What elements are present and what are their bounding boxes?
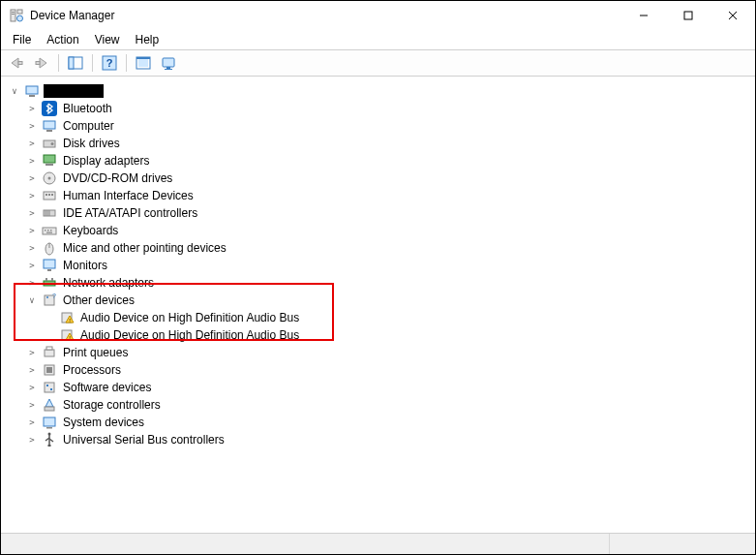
category-icon bbox=[42, 397, 57, 413]
statusbar bbox=[1, 533, 755, 554]
tree-category[interactable]: >Print queues bbox=[26, 344, 753, 361]
chevron-right-icon[interactable]: > bbox=[26, 278, 38, 288]
category-icon bbox=[42, 205, 57, 221]
category-icon bbox=[42, 240, 57, 256]
category-label: Keyboards bbox=[61, 224, 118, 237]
category-label: Display adapters bbox=[61, 154, 149, 168]
category-label: System devices bbox=[61, 416, 144, 429]
category-icon bbox=[42, 153, 57, 169]
svg-rect-10 bbox=[36, 62, 40, 65]
tree-category[interactable]: >Universal Serial Bus controllers bbox=[26, 431, 753, 448]
tree-category[interactable]: >Mice and other pointing devices bbox=[26, 239, 753, 257]
chevron-right-icon[interactable]: > bbox=[26, 191, 38, 200]
tree-device[interactable]: Audio Device on High Definition Audio Bu… bbox=[44, 309, 753, 326]
menu-help[interactable]: Help bbox=[128, 31, 167, 48]
tree-category[interactable]: >Processors bbox=[26, 361, 753, 379]
menu-file[interactable]: File bbox=[5, 31, 39, 48]
category-icon bbox=[42, 101, 57, 116]
forward-button[interactable] bbox=[30, 52, 53, 74]
chevron-right-icon[interactable]: > bbox=[26, 104, 38, 113]
chevron-right-icon[interactable]: > bbox=[26, 365, 38, 375]
chevron-right-icon[interactable]: > bbox=[26, 173, 38, 183]
svg-text:?: ? bbox=[106, 57, 113, 69]
category-label: Disk drives bbox=[61, 137, 120, 150]
chevron-down-icon[interactable]: ∨ bbox=[26, 295, 38, 305]
category-label: Storage controllers bbox=[61, 398, 161, 412]
app-window: Device Manager File Action View Help bbox=[0, 0, 756, 555]
tree-category[interactable]: >DVD/CD-ROM drives bbox=[26, 170, 753, 187]
toolbar-separator bbox=[92, 54, 93, 72]
category-label: Other devices bbox=[61, 293, 135, 307]
svg-rect-1 bbox=[12, 12, 15, 13]
category-label: IDE ATA/ATAPI controllers bbox=[61, 206, 197, 220]
problem-device-icon bbox=[59, 327, 75, 343]
app-icon bbox=[9, 8, 24, 23]
svg-rect-9 bbox=[18, 62, 22, 65]
chevron-right-icon[interactable]: > bbox=[26, 243, 38, 253]
tree-category[interactable]: >Human Interface Devices bbox=[26, 187, 753, 204]
tree-category[interactable]: >Software devices bbox=[26, 379, 753, 396]
tree-category[interactable]: >Network adapters bbox=[26, 274, 753, 292]
svg-rect-21 bbox=[26, 86, 38, 94]
tree-category[interactable]: >Keyboards bbox=[26, 222, 753, 239]
window-title: Device Manager bbox=[30, 9, 621, 22]
tree-category[interactable]: ∨Other devices bbox=[26, 292, 753, 309]
chevron-right-icon[interactable]: > bbox=[26, 435, 38, 445]
category-label: Processors bbox=[61, 363, 121, 377]
tree-root[interactable]: ∨ bbox=[9, 82, 753, 100]
chevron-right-icon[interactable]: > bbox=[26, 348, 38, 357]
tree-category[interactable]: >System devices bbox=[26, 414, 753, 431]
tree-category[interactable]: >Storage controllers bbox=[26, 396, 753, 414]
help-button[interactable]: ? bbox=[98, 52, 121, 74]
device-tree-panel: ∨ >Bluetooth>Computer>Disk drives>Displa… bbox=[1, 77, 755, 533]
category-label: Network adapters bbox=[61, 276, 154, 290]
chevron-right-icon[interactable]: > bbox=[26, 383, 38, 392]
back-button[interactable] bbox=[5, 52, 28, 74]
scan-hardware-button[interactable] bbox=[132, 52, 155, 74]
svg-rect-20 bbox=[165, 69, 172, 70]
chevron-right-icon[interactable]: > bbox=[26, 226, 38, 235]
category-icon bbox=[42, 188, 57, 203]
menu-action[interactable]: Action bbox=[39, 31, 86, 48]
category-icon bbox=[42, 415, 57, 430]
status-pane bbox=[610, 534, 755, 554]
properties-button[interactable] bbox=[157, 52, 180, 74]
tree-category[interactable]: >Monitors bbox=[26, 257, 753, 274]
chevron-right-icon[interactable]: > bbox=[26, 400, 38, 410]
maximize-button[interactable] bbox=[666, 1, 711, 30]
tree-category[interactable]: >Bluetooth bbox=[26, 100, 753, 117]
minimize-button[interactable] bbox=[621, 1, 666, 30]
chevron-right-icon[interactable]: > bbox=[26, 156, 38, 166]
status-pane bbox=[1, 534, 610, 554]
device-label: Audio Device on High Definition Audio Bu… bbox=[78, 328, 299, 342]
category-icon bbox=[42, 258, 57, 273]
tree-category[interactable]: >IDE ATA/ATAPI controllers bbox=[26, 204, 753, 222]
category-label: Computer bbox=[61, 119, 114, 133]
category-icon bbox=[42, 345, 57, 360]
close-button[interactable] bbox=[711, 1, 755, 30]
tree-category[interactable]: >Display adapters bbox=[26, 152, 753, 170]
svg-rect-6 bbox=[684, 12, 692, 19]
category-icon bbox=[42, 432, 57, 447]
chevron-right-icon[interactable]: > bbox=[26, 261, 38, 270]
menu-view[interactable]: View bbox=[87, 31, 128, 48]
toolbar-separator bbox=[126, 54, 127, 72]
device-tree: ∨ >Bluetooth>Computer>Disk drives>Displa… bbox=[7, 82, 753, 448]
svg-rect-0 bbox=[11, 10, 15, 21]
category-label: Print queues bbox=[61, 346, 128, 359]
tree-category[interactable]: >Computer bbox=[26, 117, 753, 135]
chevron-right-icon[interactable]: > bbox=[26, 417, 38, 427]
show-hide-tree-button[interactable] bbox=[64, 52, 87, 74]
chevron-right-icon[interactable]: > bbox=[26, 139, 38, 148]
tree-category[interactable]: >Disk drives bbox=[26, 135, 753, 152]
category-icon bbox=[42, 293, 57, 308]
menubar: File Action View Help bbox=[1, 30, 755, 49]
svg-point-4 bbox=[17, 15, 23, 21]
titlebar: Device Manager bbox=[1, 1, 755, 30]
svg-rect-19 bbox=[166, 67, 170, 69]
tree-device[interactable]: Audio Device on High Definition Audio Bu… bbox=[44, 326, 753, 344]
chevron-right-icon[interactable]: > bbox=[26, 121, 38, 131]
chevron-down-icon[interactable]: ∨ bbox=[9, 86, 20, 96]
chevron-right-icon[interactable]: > bbox=[26, 208, 38, 218]
category-icon bbox=[42, 275, 57, 291]
